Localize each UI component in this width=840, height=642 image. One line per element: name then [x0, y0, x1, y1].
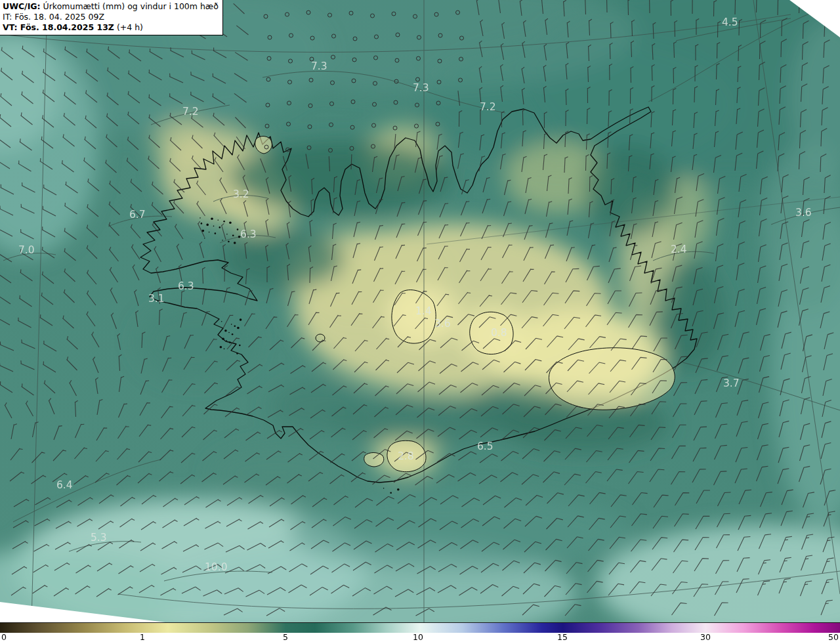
colorbar-tick-label: 15 [557, 632, 568, 642]
island-dot [397, 488, 400, 491]
contour-label: 3.6 [434, 318, 451, 330]
model-id: UWC/IG: [3, 1, 41, 11]
island-dot [228, 241, 230, 243]
island-dot [218, 219, 219, 221]
title-box: UWC/IG: Úrkomumætti (mm) og vindur i 100… [0, 0, 223, 35]
island-dot [234, 242, 236, 244]
colorbar-tick-label: 10 [413, 632, 423, 642]
island-dot [237, 228, 239, 230]
contour-label: 3.7 [723, 377, 740, 389]
contour-label: 6.7 [129, 209, 146, 221]
island-dot [224, 330, 227, 332]
contour-label: 3.1 [148, 293, 165, 305]
contour-label: 7.2 [182, 106, 199, 118]
contour-label: 6.4 [56, 479, 73, 491]
colorbar-tick-label: 1 [140, 632, 145, 642]
island-dot [229, 221, 232, 224]
contour-label: 2.8 [398, 450, 414, 462]
island-dot [229, 341, 231, 343]
colorbar-tick-label: 30 [700, 632, 711, 642]
island-dot [222, 240, 223, 241]
island-dot [226, 234, 228, 235]
island-dot [236, 353, 238, 354]
title-line-product: UWC/IG: Úrkomumætti (mm) og vindur i 100… [3, 1, 219, 12]
island-dot [222, 337, 224, 340]
contour-label: 7.2 [480, 101, 496, 113]
precipitation-wind-map: 4.57.37.37.27.23.26.76.33.67.02.46.33.11… [0, 0, 840, 642]
contour-label: 7.3 [311, 60, 327, 72]
island-dot [226, 340, 227, 341]
precip-blob [220, 230, 345, 289]
colorbar-tick-label: 5 [283, 632, 288, 642]
precipitation-colorbar: 01510153050 [0, 622, 840, 642]
island-dot [231, 324, 232, 325]
island-dot [390, 492, 392, 494]
island-dot [223, 221, 225, 223]
contour-label: 6.5 [477, 440, 494, 452]
glacier-eyjafjallajokull [364, 453, 384, 467]
island-dot [221, 321, 222, 322]
island-dot [232, 333, 234, 335]
colorbar-tick-label: 0 [1, 632, 7, 642]
island-dot [234, 326, 236, 328]
island-dot [383, 488, 385, 489]
contour-label: 0.8 [491, 327, 507, 339]
island-dot [237, 327, 240, 330]
island-dot [219, 226, 221, 228]
contour-label: 7.0 [18, 244, 35, 256]
island-dot [220, 346, 222, 349]
contour-label: 3.6 [795, 207, 812, 219]
contour-label: 7.3 [413, 82, 429, 94]
contour-label: 1.4 [415, 305, 432, 317]
precip-blob [584, 144, 676, 236]
contour-label: 2.4 [671, 244, 687, 255]
precip-blob [653, 259, 725, 371]
colorbar-tick-labels: 01510153050 [0, 633, 840, 642]
island-dot [239, 345, 241, 347]
island-dot [209, 232, 210, 233]
contour-label: 6.3 [240, 228, 257, 240]
island-dot [232, 235, 234, 237]
island-dot [204, 238, 205, 239]
island-dot [240, 318, 242, 321]
island-dot [211, 217, 213, 220]
island-dot [213, 226, 215, 227]
contour-label: 10.0 [205, 561, 228, 573]
contour-label: 3.2 [233, 188, 249, 200]
colorbar-tick-label: 50 [828, 632, 839, 642]
precip-blob [138, 302, 256, 381]
title-line-init-time: IT: Fös. 18. 04. 2025 09Z [3, 12, 219, 22]
island-dot [200, 217, 201, 219]
weather-map-screenshot: 4.57.37.37.27.23.26.76.33.67.02.46.33.11… [0, 0, 840, 642]
title-line-valid-time: VT: Fös. 18.04.2025 13Z (+4 h) [3, 22, 219, 33]
contour-label: 5.3 [91, 532, 107, 544]
island-dot [228, 332, 230, 333]
island-dot [224, 349, 225, 350]
island-dot [201, 223, 203, 225]
contour-label: 6.3 [178, 280, 194, 292]
precip-blob [269, 381, 361, 433]
island-dot [206, 224, 209, 226]
precip-blob [289, 492, 630, 571]
island-dot [215, 232, 217, 234]
contour-label: 4.5 [722, 16, 738, 28]
